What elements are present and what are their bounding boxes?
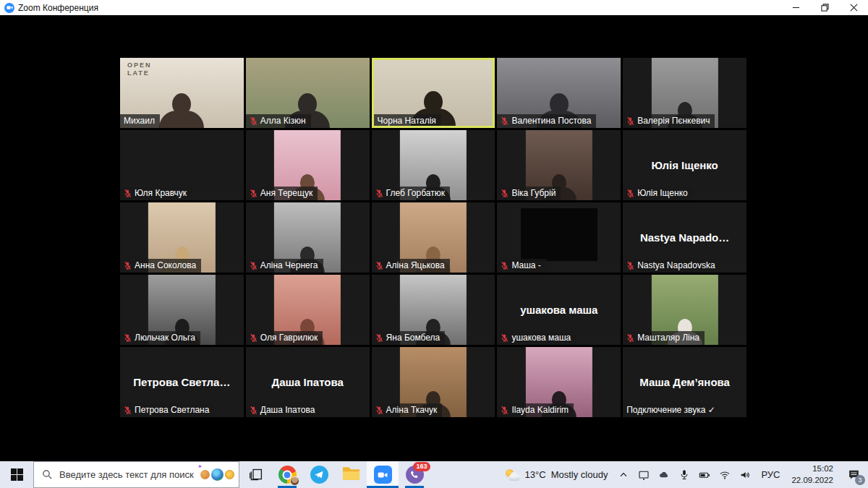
weather-temp: 13°C xyxy=(525,469,546,480)
taskbar-app-telegram[interactable] xyxy=(303,461,335,488)
start-button[interactable] xyxy=(0,461,33,488)
muted-mic-icon xyxy=(501,333,509,343)
zoom-icon xyxy=(374,466,392,484)
chrome-icon xyxy=(278,466,297,484)
language-indicator[interactable]: РУС xyxy=(755,461,786,488)
participant-name: Подключение звука ✓ xyxy=(626,405,715,415)
search-input[interactable] xyxy=(59,469,194,480)
participant-name: Чорна Наталія xyxy=(378,116,436,126)
zoom-app-icon xyxy=(4,3,14,13)
participant-tile[interactable]: Аня Терещук xyxy=(246,130,370,200)
window-controls xyxy=(781,0,868,15)
taskbar-app-explorer[interactable] xyxy=(335,461,367,488)
participant-tile[interactable]: Аліна Чернега xyxy=(246,202,370,273)
chrome-profile-avatar xyxy=(290,476,299,486)
muted-mic-icon xyxy=(124,406,132,415)
participant-tile[interactable]: Аліна Яцькова xyxy=(372,202,495,273)
clock-time: 15:02 xyxy=(812,463,833,475)
participant-name-label: ушакова маша xyxy=(497,331,576,345)
participant-name: Валентина Постова xyxy=(511,116,591,126)
participant-name-label: Юлія Іщенко xyxy=(623,187,693,200)
participant-name: Валерія Пєнкевич xyxy=(637,116,710,126)
restore-button[interactable] xyxy=(810,0,839,15)
video-feed xyxy=(521,208,597,262)
participant-tile[interactable]: Маша - xyxy=(497,202,621,273)
participant-tile[interactable]: Петрова Светла…Петрова Светлана xyxy=(120,347,244,417)
participant-tile[interactable]: Машталяр Ліна xyxy=(623,275,746,345)
taskbar-apps: 163 xyxy=(239,461,430,488)
viber-icon: 163 xyxy=(406,466,424,484)
participant-name: Аліна Яцькова xyxy=(386,260,445,270)
participant-tile[interactable]: Nastya Napado…Nastya Napadovska xyxy=(623,202,746,273)
file-explorer-icon xyxy=(342,466,360,484)
participant-name: Ilayda Kaldirim xyxy=(511,405,569,415)
muted-mic-icon xyxy=(501,261,509,270)
taskbar-app-zoom[interactable] xyxy=(367,461,399,488)
participant-tile[interactable]: Яна Бомбела xyxy=(372,275,495,345)
window-titlebar: Zoom Конференция xyxy=(0,0,868,15)
close-button[interactable] xyxy=(839,0,868,15)
muted-mic-icon xyxy=(375,189,383,198)
participant-tile[interactable]: Анна Соколова xyxy=(120,202,244,273)
participant-grid: OPEN LATEМихаилАлла КізюнЧорна НаталіяВа… xyxy=(120,58,746,417)
task-view-button[interactable] xyxy=(239,461,271,488)
task-view-icon xyxy=(248,467,263,482)
taskbar-weather[interactable]: 13°C Mostly cloudy xyxy=(497,461,616,488)
participant-name: Михаил xyxy=(124,116,155,126)
participant-name-label: Алла Кізюн xyxy=(246,114,311,128)
muted-mic-icon xyxy=(375,333,383,343)
participant-tile[interactable]: Чорна Наталія xyxy=(372,58,495,128)
participant-name: ушакова маша xyxy=(511,333,571,343)
participant-name-label: Подключение звука ✓ xyxy=(623,403,720,417)
notification-count-badge: 3 xyxy=(855,475,865,485)
participant-tile[interactable]: Даша ІпатоваДаша Іпатова xyxy=(246,347,370,417)
participant-name-label: Михаил xyxy=(120,114,160,128)
weather-icon xyxy=(504,469,520,481)
muted-mic-icon xyxy=(501,116,509,126)
muted-mic-icon xyxy=(124,189,132,198)
participant-name: Глеб Горбатюк xyxy=(386,188,445,198)
tray-chevron-up-icon[interactable] xyxy=(615,461,632,488)
tray-onedrive-cloud-icon[interactable] xyxy=(655,461,673,488)
participant-tile[interactable]: Ilayda Kaldirim xyxy=(497,347,621,417)
muted-mic-icon xyxy=(250,189,258,198)
tray-microphone-icon[interactable] xyxy=(676,461,693,488)
participant-tile[interactable]: Алла Кізюн xyxy=(246,58,370,128)
participant-tile[interactable]: Валерія Пєнкевич xyxy=(623,58,746,128)
participant-tile[interactable]: Глеб Горбатюк xyxy=(372,130,495,200)
tray-battery-icon[interactable] xyxy=(696,461,713,488)
participant-tile[interactable]: Віка Губрій xyxy=(497,130,621,200)
participant-tile[interactable]: Юля Кравчук xyxy=(120,130,244,200)
participant-tile[interactable]: Оля Гаврилюк xyxy=(246,275,370,345)
participant-name-label: Петрова Светлана xyxy=(120,403,214,417)
muted-mic-icon xyxy=(124,261,132,270)
action-center-button[interactable]: 3 xyxy=(839,461,868,488)
search-highlights-icon[interactable]: ✦ xyxy=(200,468,234,481)
taskbar-clock[interactable]: 15:02 22.09.2022 xyxy=(786,461,839,488)
tray-cast-icon[interactable] xyxy=(635,461,652,488)
participant-name-label: Юля Кравчук xyxy=(120,187,192,200)
tray-wifi-icon[interactable] xyxy=(716,461,733,488)
participant-name: Машталяр Ліна xyxy=(637,333,699,343)
participant-tile[interactable]: Юлія ІщенкоЮлія Іщенко xyxy=(623,130,746,200)
participant-name-label: Ilayda Kaldirim xyxy=(497,403,574,417)
taskbar-app-viber[interactable]: 163 xyxy=(399,461,430,488)
participant-tile[interactable]: OPEN LATEМихаил xyxy=(120,58,244,128)
participant-name-label: Аліна Яцькова xyxy=(372,259,450,273)
windows-logo-icon xyxy=(11,468,23,481)
participant-name: Даша Іпатова xyxy=(260,405,315,415)
participant-tile[interactable]: Маша ДемʼяноваПодключение звука ✓ xyxy=(623,347,746,417)
participant-name-label: Чорна Наталія xyxy=(372,114,441,128)
participant-tile[interactable]: Люльчак Ольга xyxy=(120,275,244,345)
participant-name-label: Глеб Горбатюк xyxy=(372,187,450,200)
participant-name-label: Віка Губрій xyxy=(497,187,561,200)
participant-tile[interactable]: Аліна Ткачук xyxy=(372,347,495,417)
tray-volume-icon[interactable] xyxy=(736,461,754,488)
taskbar-search[interactable]: ✦ xyxy=(33,461,239,488)
minimize-button[interactable] xyxy=(781,0,810,15)
participant-tile[interactable]: ушакова машаушакова маша xyxy=(497,275,621,345)
taskbar-app-chrome[interactable] xyxy=(271,461,303,488)
muted-mic-icon xyxy=(626,333,634,343)
meeting-area: OPEN LATEМихаилАлла КізюнЧорна НаталіяВа… xyxy=(0,15,868,461)
participant-tile[interactable]: Валентина Постова xyxy=(497,58,621,128)
